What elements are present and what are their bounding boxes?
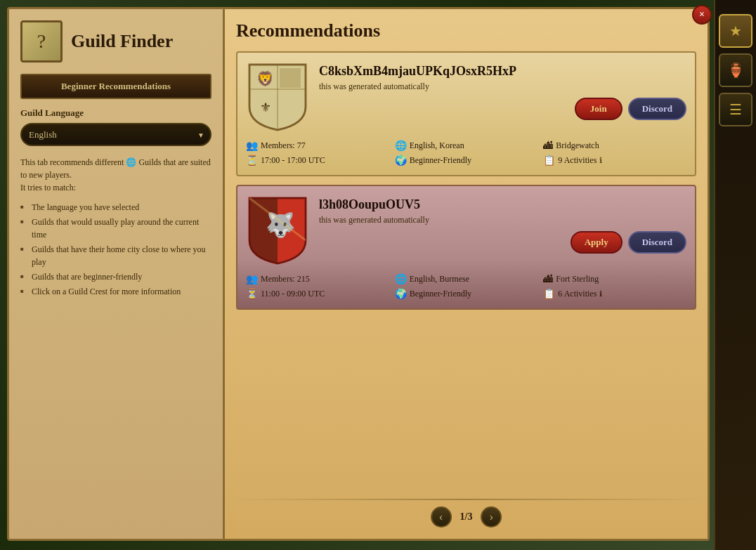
- city-value-2: Fort Sterling: [556, 274, 599, 284]
- right-sidebar: ★ 🏺 ☰: [714, 0, 756, 550]
- guild-card-1: 🦁 ⚜ C8ksbXmB4mjauUPKqJOsxR5HxP this was …: [236, 51, 696, 176]
- members-icon-1: 👥: [246, 140, 258, 152]
- guild-name-2: l3h08OoupuOUV5: [319, 197, 686, 212]
- schedule-icon-2: ⏳: [246, 288, 258, 300]
- city-icon-2: 🏙: [543, 274, 553, 285]
- focus-icon-1: 🌍: [395, 155, 407, 166]
- page-info: 1/3: [460, 511, 473, 523]
- prev-page-button[interactable]: ‹: [431, 506, 452, 528]
- guild-card-2: 🐺 l3h08OoupuOUV5 this was generated auto…: [236, 185, 696, 310]
- schedule-icon-1: ⏳: [246, 155, 258, 166]
- city-stat-1: 🏙 Bridgewatch: [543, 140, 686, 152]
- beginner-recommendations-tab[interactable]: Beginner Recommendations: [20, 74, 211, 99]
- close-button[interactable]: ×: [692, 5, 712, 25]
- main-window: ? Guild Finder Beginner Recommendations …: [7, 7, 710, 541]
- right-panel: × Recommendations 🦁: [225, 7, 710, 541]
- svg-text:🐺: 🐺: [266, 211, 296, 240]
- city-icon-1: 🏙: [543, 140, 553, 152]
- guild-name-1: C8ksbXmB4mjauUPKqJOsxR5HxP: [319, 64, 686, 79]
- discord-button-2[interactable]: Discord: [628, 231, 686, 254]
- bullet-list: The language you have selected Guilds th…: [20, 201, 211, 298]
- join-button-1[interactable]: Join: [575, 98, 623, 120]
- languages-stat-1: 🌐 English, Korean: [395, 140, 538, 152]
- card-info-1: C8ksbXmB4mjauUPKqJOsxR5HxP this was gene…: [319, 61, 686, 131]
- card-top-1: 🦁 ⚜ C8ksbXmB4mjauUPKqJOsxR5HxP this was …: [246, 61, 686, 131]
- focus-stat-2: 🌍 Beginner-Friendly: [395, 288, 538, 300]
- card-actions-1: Join Discord: [319, 98, 686, 120]
- recommendations-title: Recommendations: [236, 20, 696, 41]
- activities-value-1: 9 Activities: [558, 155, 597, 166]
- svg-text:⚜: ⚜: [260, 100, 271, 114]
- members-value-2: Members: 215: [261, 274, 310, 284]
- pagination: ‹ 1/3 ›: [431, 506, 502, 528]
- guild-crest-2[interactable]: 🐺: [246, 195, 309, 265]
- svg-text:🦁: 🦁: [256, 70, 274, 87]
- card-info-2: l3h08OoupuOUV5 this was generated automa…: [319, 195, 686, 265]
- guild-language-label: Guild Language: [20, 107, 211, 119]
- discord-button-1[interactable]: Discord: [628, 98, 686, 120]
- guild-finder-logo: ?: [20, 20, 63, 63]
- guild-finder-title: Guild Finder: [71, 32, 173, 52]
- schedule-value-1: 17:00 - 17:00 UTC: [261, 155, 325, 166]
- languages-icon-1: 🌐: [395, 140, 407, 152]
- apply-button-2[interactable]: Apply: [571, 231, 623, 254]
- language-select[interactable]: English Korean Burmese German French Spa…: [20, 123, 211, 146]
- schedule-stat-1: ⏳ 17:00 - 17:00 UTC: [246, 155, 389, 166]
- schedule-value-2: 11:00 - 09:00 UTC: [261, 289, 325, 299]
- page-divider: [232, 499, 700, 500]
- inventory-button[interactable]: 🏺: [719, 53, 752, 87]
- card-stats-2: 👥 Members: 215 🌐 English, Burmese 🏙 Fort…: [246, 273, 686, 300]
- menu-button[interactable]: ☰: [719, 93, 752, 126]
- card-actions-2: Apply Discord: [319, 231, 686, 254]
- activities-info-icon-1: ℹ: [599, 156, 602, 165]
- bullet-item-2: Guilds that would usually play around th…: [20, 216, 211, 241]
- activities-info-icon-2: ℹ: [599, 289, 602, 299]
- description-text: This tab recommends different 🌐 Guilds t…: [20, 156, 211, 194]
- guild-crest-1[interactable]: 🦁 ⚜: [246, 61, 309, 131]
- languages-value-1: English, Korean: [410, 140, 464, 151]
- guild-desc-1: this was generated automatically: [319, 81, 686, 92]
- activities-icon-2: 📋: [543, 288, 555, 300]
- guild-header: ? Guild Finder: [20, 20, 211, 63]
- languages-icon-2: 🌐: [395, 273, 407, 285]
- members-stat-2: 👥 Members: 215: [246, 273, 389, 285]
- city-value-1: Bridgewatch: [556, 140, 599, 151]
- favorites-button[interactable]: ★: [719, 14, 752, 48]
- members-value-1: Members: 77: [261, 140, 306, 151]
- guild-desc-2: this was generated automatically: [319, 215, 686, 225]
- schedule-stat-2: ⏳ 11:00 - 09:00 UTC: [246, 288, 389, 300]
- bullet-item-3: Guilds that have their home city close t…: [20, 243, 211, 268]
- card-stats-1: 👥 Members: 77 🌐 English, Korean 🏙 Bridge…: [246, 140, 686, 166]
- bullet-item-1: The language you have selected: [20, 201, 211, 214]
- languages-value-2: English, Burmese: [410, 274, 469, 284]
- bullet-item-4: Guilds that are beginner-friendly: [20, 270, 211, 283]
- focus-value-1: Beginner-Friendly: [410, 155, 471, 166]
- focus-icon-2: 🌍: [395, 288, 407, 300]
- focus-value-2: Beginner-Friendly: [410, 289, 471, 299]
- city-stat-2: 🏙 Fort Sterling: [543, 273, 686, 285]
- language-select-wrapper: English Korean Burmese German French Spa…: [20, 123, 211, 146]
- languages-stat-2: 🌐 English, Burmese: [395, 273, 538, 285]
- card-top-2: 🐺 l3h08OoupuOUV5 this was generated auto…: [246, 195, 686, 265]
- members-stat-1: 👥 Members: 77: [246, 140, 389, 152]
- activities-icon-1: 📋: [543, 155, 555, 166]
- next-page-button[interactable]: ›: [481, 506, 502, 528]
- activities-stat-1: 📋 9 Activities ℹ: [543, 155, 686, 166]
- focus-stat-1: 🌍 Beginner-Friendly: [395, 155, 538, 166]
- guild-title-text: Guild Finder: [71, 32, 173, 52]
- activities-stat-2: 📋 6 Activities ℹ: [543, 288, 686, 300]
- members-icon-2: 👥: [246, 273, 258, 285]
- svg-rect-3: [280, 68, 301, 88]
- left-panel: ? Guild Finder Beginner Recommendations …: [7, 7, 225, 541]
- bullet-item-5: Click on a Guild Crest for more informat…: [20, 285, 211, 298]
- activities-value-2: 6 Activities: [558, 289, 597, 299]
